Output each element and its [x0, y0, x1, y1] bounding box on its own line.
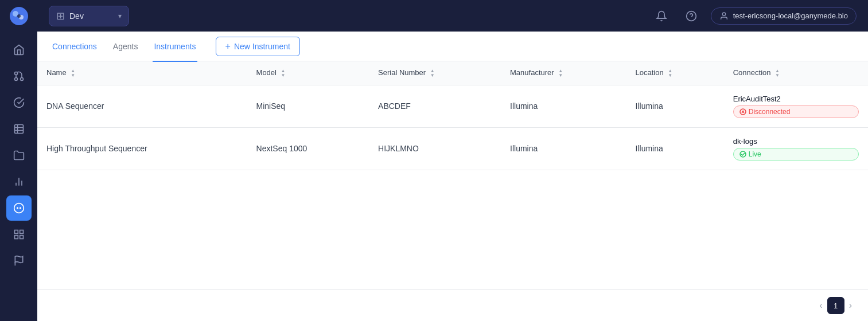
col-header-name[interactable]: Name ▲▼ [37, 61, 247, 85]
svg-point-3 [17, 14, 21, 18]
col-header-connection[interactable]: Connection ▲▼ [724, 61, 868, 85]
sidebar-item-folder[interactable] [6, 143, 32, 168]
cell-connection: EricAuditTest2 Disconnected [724, 85, 868, 127]
instruments-table: Name ▲▼ Model ▲▼ Serial Number ▲▼ Manu [37, 61, 868, 170]
cell-manufacturer: Illumina [501, 127, 626, 170]
pagination: ‹ 1 › [37, 289, 868, 321]
chevron-down-icon: ▾ [118, 12, 122, 20]
sidebar-item-table[interactable] [6, 116, 32, 142]
cell-connection: dk-logs Live [724, 127, 868, 170]
env-icon: ⊞ [56, 10, 65, 22]
env-selector[interactable]: ⊞ Dev ▾ [49, 6, 129, 26]
sidebar-item-git[interactable] [6, 64, 32, 89]
main-area: ⊞ Dev ▾ test-ericsong-local@ganymede.bio… [37, 0, 868, 321]
table-row[interactable]: DNA Sequencer MiniSeq ABCDEF Illumina Il… [37, 85, 868, 127]
svg-point-5 [14, 72, 17, 75]
svg-point-6 [14, 78, 17, 81]
sidebar [0, 0, 37, 321]
sidebar-item-flag[interactable] [6, 248, 32, 273]
sort-icons-name: ▲▼ [71, 69, 75, 78]
svg-rect-18 [20, 230, 23, 234]
svg-point-15 [17, 208, 18, 209]
sidebar-item-connections[interactable] [6, 195, 32, 221]
table-body: DNA Sequencer MiniSeq ABCDEF Illumina Il… [37, 85, 868, 170]
connection-name: dk-logs [733, 137, 859, 146]
ganymede-logo-icon [9, 6, 29, 26]
svg-point-4 [20, 78, 23, 81]
sidebar-item-check[interactable] [6, 90, 32, 115]
svg-rect-17 [14, 230, 18, 234]
sidebar-item-grid[interactable] [6, 222, 32, 247]
env-label: Dev [69, 11, 84, 21]
user-icon [719, 11, 729, 21]
prev-page-button[interactable]: ‹ [817, 300, 824, 311]
sidebar-nav [0, 32, 37, 321]
content-area: Connections Agents Instruments + New Ins… [37, 32, 868, 321]
plus-icon: + [225, 41, 231, 52]
svg-rect-8 [14, 125, 23, 134]
topbar: ⊞ Dev ▾ test-ericsong-local@ganymede.bio [37, 0, 868, 32]
cell-manufacturer: Illumina [501, 85, 626, 127]
cell-model: NextSeq 1000 [247, 127, 369, 170]
cell-name: High Throughput Sequencer [37, 127, 247, 170]
user-menu-button[interactable]: test-ericsong-local@ganymede.bio [711, 7, 857, 25]
svg-point-16 [20, 208, 21, 209]
svg-rect-20 [20, 236, 23, 239]
col-header-manufacturer[interactable]: Manufacturer ▲▼ [501, 61, 626, 85]
cell-model: MiniSeq [247, 85, 369, 127]
tabs-bar: Connections Agents Instruments + New Ins… [37, 32, 868, 61]
status-badge: Live [733, 148, 859, 160]
cell-serial: ABCDEF [369, 85, 501, 127]
svg-point-24 [722, 13, 725, 15]
cell-location: Illumina [626, 127, 724, 170]
col-header-location[interactable]: Location ▲▼ [626, 61, 724, 85]
sort-icons-serial: ▲▼ [430, 69, 435, 78]
tab-instruments[interactable]: Instruments [153, 32, 197, 62]
cell-name: DNA Sequencer [37, 85, 247, 127]
table-header-row: Name ▲▼ Model ▲▼ Serial Number ▲▼ Manu [37, 61, 868, 85]
notification-bell-button[interactable] [651, 6, 672, 26]
status-badge: Disconnected [733, 105, 859, 118]
sort-icons-model: ▲▼ [281, 69, 286, 78]
col-header-model[interactable]: Model ▲▼ [247, 61, 369, 85]
cell-location: Illumina [626, 85, 724, 127]
col-header-serial[interactable]: Serial Number ▲▼ [369, 61, 501, 85]
sidebar-item-home[interactable] [6, 37, 32, 62]
tab-agents[interactable]: Agents [112, 32, 139, 62]
table-row[interactable]: High Throughput Sequencer NextSeq 1000 H… [37, 127, 868, 170]
page-1-button[interactable]: 1 [827, 297, 844, 314]
help-button[interactable] [681, 6, 702, 26]
cell-serial: HIJKLMNO [369, 127, 501, 170]
sidebar-item-chart[interactable] [6, 169, 32, 194]
instruments-table-container: Name ▲▼ Model ▲▼ Serial Number ▲▼ Manu [37, 61, 868, 289]
sort-icons-manufacturer: ▲▼ [558, 69, 563, 78]
sort-icons-connection: ▲▼ [775, 69, 780, 78]
svg-rect-19 [14, 236, 18, 239]
new-instrument-button[interactable]: + New Instrument [216, 37, 300, 56]
tab-connections[interactable]: Connections [51, 32, 98, 62]
next-page-button[interactable]: › [847, 300, 854, 311]
connection-cell: dk-logs Live [733, 137, 859, 160]
sort-icons-location: ▲▼ [668, 69, 672, 78]
connection-cell: EricAuditTest2 Disconnected [733, 95, 859, 118]
app-logo [0, 0, 37, 32]
user-email: test-ericsong-local@ganymede.bio [733, 11, 848, 20]
connection-name: EricAuditTest2 [733, 95, 859, 103]
